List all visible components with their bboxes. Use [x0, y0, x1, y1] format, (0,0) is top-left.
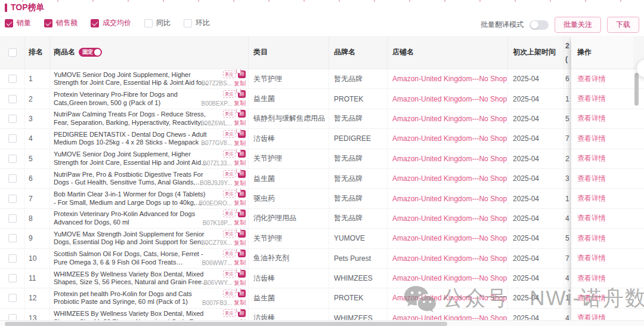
row-checkbox[interactable] — [8, 294, 17, 302]
shop-link[interactable]: Amazon-United Kingdom---No Shop Name — [392, 75, 507, 83]
translate-icon[interactable]: 翻 — [238, 309, 246, 317]
product-name-link[interactable]: Protexin Veterinary Pro-Kolin Advanced f… — [54, 210, 209, 226]
translate-icon[interactable]: 翻 — [238, 70, 246, 78]
shop-link[interactable]: Amazon-United Kingdom---No Shop Name — [392, 214, 507, 223]
filter-average-price[interactable]: 成交均价 — [91, 18, 131, 28]
follow-icon[interactable]: 关注 — [223, 190, 236, 198]
download-button[interactable]: 下载 — [607, 17, 639, 33]
horizontal-scrollbar[interactable] — [5, 322, 447, 326]
view-details-link[interactable]: 查看详情 — [577, 134, 606, 144]
product-name-link[interactable]: Protexin Veterinary Pro-Fibre for Dogs a… — [54, 91, 209, 107]
checkbox-checked-icon[interactable] — [5, 19, 13, 27]
row-checkbox[interactable] — [8, 155, 17, 163]
filter-yoy[interactable]: 同比 — [144, 18, 171, 28]
shop-link[interactable]: Amazon-United Kingdom---No Shop Name — [392, 294, 507, 302]
row-checkbox[interactable] — [8, 274, 17, 282]
row-checkbox[interactable] — [8, 115, 17, 123]
shop-link[interactable]: Amazon-United Kingdom---No Shop Name — [392, 254, 507, 263]
row-checkbox[interactable] — [8, 95, 17, 103]
view-details-link[interactable]: 查看详情 — [577, 113, 606, 124]
copy-asin-link[interactable]: 复制 — [234, 279, 246, 287]
product-name-link[interactable]: NutriPaw Pre, Pro & Postbiotic Digestive… — [54, 171, 209, 187]
translate-icon[interactable]: 翻 — [238, 270, 246, 278]
follow-icon[interactable]: 关注 — [223, 210, 236, 217]
copy-asin-link[interactable]: 复制 — [234, 179, 246, 187]
checkbox-unchecked-icon[interactable] — [184, 19, 192, 27]
translate-icon[interactable]: 翻 — [238, 210, 246, 217]
follow-icon[interactable]: 关注 — [223, 170, 236, 178]
translate-icon[interactable]: 翻 — [238, 150, 246, 158]
row-checkbox[interactable] — [8, 254, 17, 263]
translate-mode-toggle[interactable] — [530, 20, 549, 30]
filter-sales-volume[interactable]: 销量 — [5, 18, 31, 28]
view-details-link[interactable]: 查看详情 — [577, 193, 606, 204]
copy-asin-link[interactable]: 复制 — [234, 139, 246, 147]
view-details-link[interactable]: 查看详情 — [577, 153, 606, 164]
follow-icon[interactable]: 关注 — [223, 290, 236, 297]
vertical-scrollbar[interactable] — [634, 73, 639, 106]
translate-icon[interactable]: 翻 — [238, 110, 246, 118]
view-details-link[interactable]: 查看详情 — [577, 293, 606, 303]
translate-icon[interactable]: 翻 — [238, 250, 246, 257]
product-name-link[interactable]: YuMOVE Senior Dog Joint Supplement, High… — [54, 150, 209, 167]
shop-link[interactable]: Amazon-United Kingdom---No Shop Name — [392, 174, 507, 183]
product-name-link[interactable]: WHIMZEES By Wellness Variety Box Dental,… — [54, 270, 209, 287]
checkbox-checked-icon[interactable] — [44, 19, 52, 27]
follow-icon[interactable]: 关注 — [223, 110, 236, 118]
view-details-link[interactable]: 查看详情 — [577, 213, 606, 223]
copy-asin-link[interactable]: 复制 — [234, 239, 246, 247]
product-name-link[interactable]: PEDIGREE DENTASTIX - Dental Dog Chews - … — [54, 131, 209, 147]
follow-icon[interactable]: 关注 — [223, 150, 236, 158]
row-checkbox[interactable] — [8, 214, 17, 223]
row-checkbox[interactable] — [8, 174, 17, 183]
copy-asin-link[interactable]: 复制 — [234, 259, 246, 267]
follow-icon[interactable]: 关注 — [223, 309, 236, 317]
select-all-checkbox[interactable] — [8, 48, 17, 57]
view-details-link[interactable]: 查看详情 — [577, 233, 606, 244]
shop-link[interactable]: Amazon-United Kingdom---No Shop Name — [392, 195, 507, 203]
follow-icon[interactable]: 关注 — [223, 90, 236, 98]
batch-follow-button[interactable]: 批量关注 — [555, 17, 601, 33]
row-checkbox[interactable] — [8, 75, 17, 83]
view-details-link[interactable]: 查看详情 — [577, 273, 606, 284]
shop-link[interactable]: Amazon-United Kingdom---No Shop Name — [392, 274, 507, 282]
shop-link[interactable]: Amazon-United Kingdom---No Shop Name — [392, 95, 507, 103]
copy-asin-link[interactable]: 复制 — [234, 119, 246, 127]
translate-icon[interactable]: 翻 — [238, 290, 246, 297]
row-checkbox[interactable] — [8, 234, 17, 242]
translate-icon[interactable]: 翻 — [238, 170, 246, 178]
follow-icon[interactable]: 关注 — [223, 270, 236, 278]
shop-link[interactable]: Amazon-United Kingdom---No Shop Name — [392, 134, 507, 143]
follow-icon[interactable]: 关注 — [223, 230, 236, 238]
product-name-link[interactable]: Scottish Salmon Oil For Dogs, Cats, Hors… — [54, 250, 209, 266]
copy-asin-link[interactable]: 复制 — [234, 159, 246, 167]
follow-icon[interactable]: 关注 — [223, 130, 236, 138]
translate-icon[interactable]: 翻 — [238, 130, 246, 138]
copy-asin-link[interactable]: 复制 — [234, 219, 246, 227]
follow-icon[interactable]: 关注 — [223, 70, 236, 78]
filter-sales-amount[interactable]: 销售额 — [44, 18, 78, 28]
product-name-link[interactable]: YuMOVE Max Strength Joint Supplement for… — [54, 230, 209, 247]
product-name-link[interactable]: Bob Martin Clear 3-in-1 Wormer for Dogs … — [54, 190, 209, 207]
filter-mom[interactable]: 环比 — [184, 18, 210, 28]
copy-asin-link[interactable]: 复制 — [234, 199, 246, 207]
follow-icon[interactable]: 关注 — [223, 250, 236, 257]
row-checkbox[interactable] — [8, 195, 17, 203]
checkbox-unchecked-icon[interactable] — [144, 19, 153, 27]
translate-icon[interactable]: 翻 — [238, 230, 246, 238]
shop-link[interactable]: Amazon-United Kingdom---No Shop Name — [392, 155, 507, 163]
translate-icon[interactable]: 翻 — [238, 90, 246, 98]
product-name-link[interactable]: Protexin pet health Pro-Kolin for Dogs a… — [54, 290, 209, 306]
row-checkbox[interactable] — [8, 134, 17, 143]
copy-asin-link[interactable]: 复制 — [234, 299, 246, 307]
copy-asin-link[interactable]: 复制 — [234, 99, 246, 107]
product-name-link[interactable]: NutriPaw Calming Treats For Dogs - Reduc… — [54, 110, 209, 127]
view-details-link[interactable]: 查看详情 — [577, 174, 606, 184]
shop-link[interactable]: Amazon-United Kingdom---No Shop Name — [392, 115, 507, 123]
product-name-link[interactable]: YuMOVE Senior Dog Joint Supplement, High… — [54, 71, 209, 87]
view-details-link[interactable]: 查看详情 — [577, 74, 606, 84]
copy-asin-link[interactable]: 复制 — [234, 79, 246, 88]
shop-link[interactable]: Amazon-United Kingdom---No Shop Name — [392, 234, 507, 242]
translate-icon[interactable]: 翻 — [238, 190, 246, 198]
checkbox-checked-icon[interactable] — [91, 19, 99, 27]
